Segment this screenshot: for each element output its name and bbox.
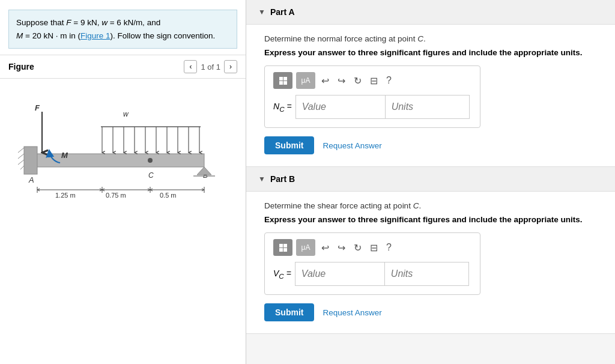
svg-line-4: [18, 160, 24, 165]
part-b-question: Determine the shear force acting at poin…: [264, 201, 597, 210]
svg-text:0.5 m: 0.5 m: [160, 192, 177, 199]
part-b-answer-box: μA ↩ ↪ ↻ ⊟ ? VC =: [264, 232, 480, 295]
part-a-grid-button[interactable]: [273, 72, 292, 89]
part-a-keyboard-button[interactable]: ⊟: [368, 72, 380, 89]
figure-diagram: A F w: [18, 91, 234, 223]
svg-text:w: w: [123, 110, 129, 118]
part-b-section: ▼ Part B Determine the shear force actin…: [246, 167, 615, 334]
part-b-unit-button[interactable]: μA: [296, 239, 315, 256]
svg-text:F: F: [35, 103, 40, 112]
svg-line-5: [20, 166, 24, 169]
part-a-title: Part A: [270, 7, 295, 17]
part-b-title: Part B: [270, 174, 295, 184]
right-panel: ▼ Part A Determine the normal force acti…: [246, 0, 615, 364]
part-a-toolbar: μA ↩ ↪ ↻ ⊟ ?: [273, 72, 471, 89]
part-a-undo-button[interactable]: ↩: [319, 72, 332, 89]
svg-line-2: [18, 148, 24, 153]
part-b-redo-button[interactable]: ↪: [335, 239, 348, 256]
part-b-grid-button[interactable]: [273, 239, 292, 256]
part-a-question: Determine the normal force acting at poi…: [264, 34, 597, 43]
part-b-submit-row: Submit Request Answer: [264, 303, 597, 321]
figure-canvas: A F w: [0, 79, 234, 241]
svg-text:A: A: [28, 175, 34, 184]
part-a-unit-button[interactable]: μA: [296, 72, 315, 89]
part-a-arrow: ▼: [258, 8, 265, 16]
part-b-undo-button[interactable]: ↩: [319, 239, 332, 256]
part-a-label: NC =: [273, 102, 292, 113]
svg-line-3: [18, 154, 24, 159]
part-a-request-link[interactable]: Request Answer: [323, 141, 381, 150]
part-b-submit-button[interactable]: Submit: [264, 303, 314, 321]
left-panel: Suppose that F = 9 kN, w = 6 kN/m, and M…: [0, 0, 246, 364]
part-b-instruction: Express your answer to three significant…: [264, 215, 597, 224]
part-a-content: Determine the normal force acting at poi…: [246, 25, 615, 166]
page-indicator: 1 of 1: [201, 62, 220, 71]
part-b-request-link[interactable]: Request Answer: [323, 308, 381, 317]
svg-text:M: M: [61, 151, 68, 160]
part-a-value-input[interactable]: [295, 95, 386, 119]
part-a-help-button[interactable]: ?: [384, 72, 394, 89]
figure-title: Figure: [8, 62, 34, 71]
figure-area: A F w: [0, 79, 246, 364]
part-a-refresh-button[interactable]: ↻: [351, 72, 364, 89]
problem-statement: Suppose that F = 9 kN, w = 6 kN/m, and M…: [8, 10, 237, 49]
part-a-instruction: Express your answer to three significant…: [264, 48, 597, 57]
svg-marker-25: [197, 167, 211, 175]
part-b-header[interactable]: ▼ Part B: [246, 167, 615, 192]
next-page-button[interactable]: ›: [224, 60, 237, 73]
part-a-answer-box: μA ↩ ↪ ↻ ⊟ ? NC =: [264, 65, 480, 128]
part-b-refresh-button[interactable]: ↻: [351, 239, 364, 256]
figure-nav: ‹ 1 of 1 ›: [184, 60, 237, 73]
svg-rect-1: [24, 147, 37, 174]
part-b-help-button[interactable]: ?: [384, 239, 394, 256]
part-a-submit-button[interactable]: Submit: [264, 136, 314, 154]
part-b-toolbar: μA ↩ ↪ ↻ ⊟ ?: [273, 239, 471, 256]
part-b-arrow: ▼: [258, 175, 265, 183]
prev-page-button[interactable]: ‹: [184, 60, 197, 73]
part-b-content: Determine the shear force acting at poin…: [246, 192, 615, 333]
part-a-redo-button[interactable]: ↪: [335, 72, 348, 89]
svg-point-22: [148, 158, 153, 163]
part-a-submit-row: Submit Request Answer: [264, 136, 597, 154]
part-b-input-row: VC =: [273, 262, 471, 286]
part-b-value-input[interactable]: [295, 262, 385, 286]
part-b-label: VC =: [273, 268, 291, 280]
part-b-keyboard-button[interactable]: ⊟: [368, 239, 380, 256]
svg-text:C: C: [148, 171, 154, 180]
part-a-units-input[interactable]: [386, 95, 470, 119]
part-b-units-input[interactable]: [385, 262, 469, 286]
svg-text:0.75 m: 0.75 m: [106, 192, 126, 199]
part-a-section: ▼ Part A Determine the normal force acti…: [246, 0, 615, 167]
part-a-header[interactable]: ▼ Part A: [246, 0, 615, 25]
figure-header: Figure ‹ 1 of 1 ›: [0, 55, 246, 79]
svg-text:1.25 m: 1.25 m: [55, 192, 76, 199]
part-a-input-row: NC =: [273, 95, 471, 119]
